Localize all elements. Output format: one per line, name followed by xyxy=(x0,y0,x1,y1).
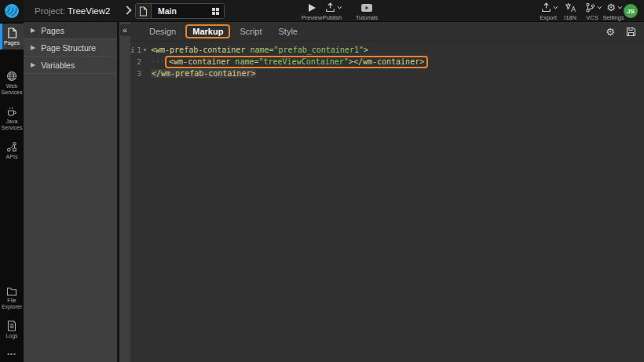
gutter: 3 xyxy=(130,68,148,79)
page-tab-label: Main xyxy=(158,6,177,16)
code-text: <wm-prefab-container name="prefab_contai… xyxy=(151,44,368,56)
wavemaker-logo-icon xyxy=(4,3,20,19)
token-match: </wm-prefab-container> xyxy=(151,69,256,78)
project-name: TreeView2 xyxy=(68,6,110,16)
line-number: 2 xyxy=(135,56,141,68)
line-number: 3 xyxy=(135,68,141,79)
sidebar-item-web-services[interactable]: Web Services xyxy=(0,67,24,99)
folder-icon xyxy=(6,287,17,296)
topbar: Project: TreeView2 Main Preview xyxy=(0,0,644,22)
chevron-right-icon: ▶ xyxy=(31,61,35,68)
token-tag: ></wm-container> xyxy=(349,57,424,66)
code-line[interactable]: 2···<wm-container name="treeViewContaine… xyxy=(130,56,644,68)
editor-area: Design Markup Script Style ⚙ i1▾<wm-pref… xyxy=(130,22,644,362)
code-line[interactable]: 3</wm-prefab-container> xyxy=(130,68,644,79)
sidebar-item-pages[interactable]: Pages xyxy=(0,24,24,49)
tab-design[interactable]: Design xyxy=(142,24,183,38)
settings-button[interactable]: ⚙ Settings xyxy=(600,2,627,21)
sidebar-item-file-explorer[interactable]: File Explorer xyxy=(0,283,24,313)
code-line[interactable]: i1▾<wm-prefab-container name="prefab_con… xyxy=(130,44,644,56)
video-icon xyxy=(360,3,373,13)
tutorials-label: Tutorials xyxy=(356,14,378,21)
page-tab-main[interactable]: Main xyxy=(152,4,224,18)
export-label: Export xyxy=(540,14,557,21)
publish-label: Publish xyxy=(323,14,342,21)
tutorials-button[interactable]: Tutorials xyxy=(353,2,380,21)
grid-icon[interactable] xyxy=(212,8,219,15)
highlighted-element-box: <wm-container name="treeViewContainer"><… xyxy=(165,56,428,68)
chevron-right-icon: ▶ xyxy=(31,27,35,34)
tab-style[interactable]: Style xyxy=(272,24,305,38)
globe-icon xyxy=(6,71,17,82)
sidebar-item-label: APIs xyxy=(6,154,18,160)
panel-section-variables[interactable]: ▶ Variables xyxy=(24,57,117,74)
code-text: ···<wm-container name="treeViewContainer… xyxy=(151,56,428,68)
save-icon xyxy=(626,27,636,37)
token-tag: > xyxy=(364,46,368,54)
project-label: Project: xyxy=(35,6,65,16)
token-attr: name= xyxy=(250,46,273,54)
settings-label: Settings xyxy=(602,14,624,21)
svg-text:A: A xyxy=(571,5,576,13)
fold-spacer xyxy=(141,56,148,68)
user-avatar[interactable]: JS xyxy=(624,4,638,18)
page-tab-group: Main xyxy=(135,3,225,19)
gutter: i1▾ xyxy=(130,44,148,56)
token-str: "treeViewContainer" xyxy=(258,57,348,66)
i18n-label: I18N xyxy=(564,14,576,21)
panel-section-label: Page Structure xyxy=(41,43,96,53)
panel-section-page-structure[interactable]: ▶ Page Structure xyxy=(24,39,117,57)
chevron-right-icon: ▶ xyxy=(31,44,35,51)
fold-spacer xyxy=(141,68,148,79)
sidebar-item-label: Java Services xyxy=(0,119,24,131)
save-button[interactable] xyxy=(626,27,636,37)
more-options-icon[interactable]: ••• xyxy=(0,350,24,357)
play-icon xyxy=(309,4,316,12)
gutter: 2 xyxy=(130,56,148,68)
token-tag: <wm-container xyxy=(169,57,235,66)
code-text: </wm-prefab-container> xyxy=(151,68,256,79)
project-title: Project: TreeView2 xyxy=(35,6,110,16)
ide-window: Project: TreeView2 Main Preview xyxy=(0,0,644,362)
file-icon xyxy=(139,6,148,16)
sidebar-item-logs[interactable]: Logs xyxy=(0,316,24,342)
fold-arrow-icon[interactable]: ▾ xyxy=(141,44,148,56)
gear-icon: ⚙ xyxy=(606,27,615,37)
markup-code-editor[interactable]: i1▾<wm-prefab-container name="prefab_con… xyxy=(130,42,644,79)
chevron-right-icon[interactable] xyxy=(123,5,131,14)
app-logo[interactable] xyxy=(0,0,24,22)
tab-script[interactable]: Script xyxy=(232,24,269,38)
gear-icon: ⚙ xyxy=(606,2,616,13)
publish-button[interactable]: Publish xyxy=(319,2,346,21)
token-str: "prefab_container1" xyxy=(274,46,364,54)
translate-icon: A xyxy=(565,2,576,13)
token-ws: ··· xyxy=(151,57,165,66)
left-icon-rail: Pages Web Services Java Services xyxy=(0,22,24,362)
editor-settings-button[interactable]: ⚙ xyxy=(606,27,615,37)
editor-tab-bar: Design Markup Script Style ⚙ xyxy=(130,22,644,42)
pages-panel: ▶ Pages ▶ Page Structure ▶ Variables xyxy=(24,22,117,362)
panel-section-pages[interactable]: ▶ Pages xyxy=(24,22,117,39)
collapse-panel-button[interactable]: « xyxy=(120,24,130,36)
sidebar-item-label: Web Services xyxy=(0,83,24,96)
coffee-icon xyxy=(6,106,17,117)
caret-down-icon xyxy=(337,4,342,9)
document-icon xyxy=(7,320,16,331)
api-connector-icon xyxy=(6,141,17,152)
sidebar-item-label: Logs xyxy=(5,333,17,339)
caret-down-icon xyxy=(617,4,622,9)
sidebar-item-label: Pages xyxy=(4,40,20,46)
sidebar-item-label: File Explorer xyxy=(0,298,24,310)
sidebar-item-apis[interactable]: APIs xyxy=(0,137,24,163)
page-file-button[interactable] xyxy=(136,4,152,18)
token-tag: <wm-prefab-container xyxy=(151,46,250,54)
panel-collapse-strip: « xyxy=(119,22,130,362)
tab-markup[interactable]: Markup xyxy=(185,24,230,38)
line-number: 1 xyxy=(135,44,141,56)
vcs-label: VCS xyxy=(586,14,598,21)
token-attr: name= xyxy=(235,57,258,66)
sidebar-item-java-services[interactable]: Java Services xyxy=(0,102,24,134)
upload-icon xyxy=(325,2,335,13)
export-upload-icon xyxy=(541,2,551,13)
branch-icon xyxy=(585,2,595,13)
